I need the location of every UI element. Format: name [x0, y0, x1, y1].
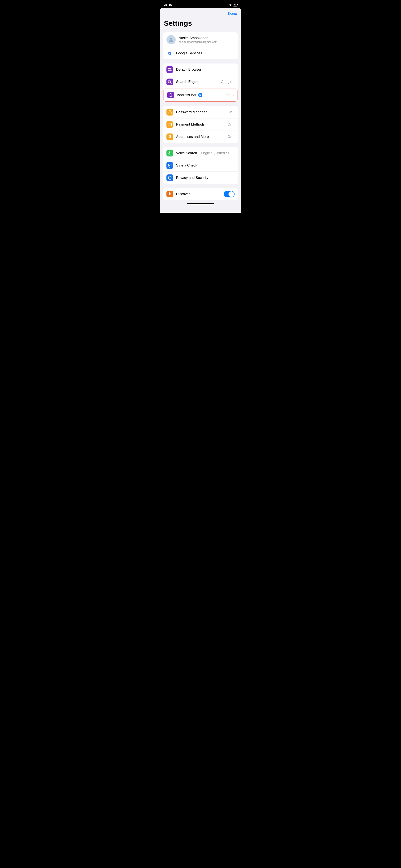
voice-search-row[interactable]: Voice Search English (United St... › [163, 147, 238, 159]
status-time: 21:16 [164, 3, 172, 6]
user-silhouette-icon [168, 37, 174, 42]
discover-label: Discover [176, 192, 224, 196]
voice-search-right: English (United St... › [201, 151, 235, 155]
phone-container: 21:16 ✈ 50 Done Settings [160, 0, 241, 213]
home-indicator [187, 203, 214, 204]
svg-point-17 [169, 136, 170, 136]
google-services-label: Google Services [176, 51, 234, 55]
google-logo-icon: G [166, 50, 173, 57]
address-bar-label: Address Bar [177, 93, 196, 97]
account-email: nasim.amoozadeh1@gmail.com [179, 40, 234, 43]
address-bar-right: Top › [226, 93, 234, 97]
battery-level: 50 [234, 4, 236, 6]
google-services-chevron-area: › [234, 52, 235, 55]
safety-check-content: Safety Check [176, 163, 234, 167]
discover-row[interactable]: Discover [163, 188, 238, 200]
autofill-group: Password Manager On › Payment Met [163, 106, 238, 143]
browser-group: Default Browser › Search Engine [163, 63, 238, 102]
svg-point-22 [169, 178, 170, 179]
chevron-right-icon: › [234, 80, 235, 84]
address-bar-content: Address Bar N [177, 93, 226, 97]
password-manager-value: On [227, 110, 232, 114]
payment-methods-row[interactable]: Payment Methods On › [163, 119, 238, 131]
status-bar: 21:16 ✈ 50 [160, 0, 241, 8]
payment-methods-label: Payment Methods [176, 122, 227, 127]
chevron-right-icon: › [234, 68, 235, 71]
address-bar-icon [167, 92, 174, 98]
default-browser-chevron-area: › [234, 68, 235, 71]
address-bar-value: Top [226, 93, 232, 97]
password-manager-content: Password Manager [176, 110, 227, 114]
safety-check-icon [166, 162, 173, 169]
account-group: Nasim Amoozadeh nasim.amoozadeh1@gmail.c… [163, 32, 238, 59]
chevron-right-icon: › [234, 38, 235, 41]
svg-rect-16 [168, 125, 169, 125]
password-manager-label: Password Manager [176, 110, 227, 114]
chevron-right-icon: › [234, 123, 235, 126]
discover-toggle[interactable] [224, 191, 235, 197]
privacy-security-right: › [234, 176, 235, 180]
default-browser-label: Default Browser [176, 67, 234, 72]
search-engine-icon [166, 79, 173, 85]
safety-check-label: Safety Check [176, 163, 234, 167]
svg-point-13 [169, 113, 170, 113]
payment-methods-icon [166, 121, 173, 128]
addresses-row[interactable]: Addresses and More On › [163, 131, 238, 143]
privacy-security-icon [166, 175, 173, 181]
voice-search-value: English (United St... [201, 151, 232, 155]
discover-content: Discover [176, 192, 224, 196]
password-manager-right: On › [227, 110, 235, 114]
svg-rect-5 [168, 70, 170, 71]
airplane-icon: ✈ [229, 3, 232, 6]
chevron-right-icon: › [234, 164, 235, 167]
search-engine-row[interactable]: Search Engine Google › [163, 76, 238, 88]
discover-icon [166, 191, 173, 197]
safety-check-row[interactable]: Safety Check › [163, 159, 238, 172]
addresses-content: Addresses and More [176, 135, 227, 139]
new-badge: N [198, 93, 203, 97]
google-services-row[interactable]: G Google Services › [163, 47, 238, 59]
account-info: Nasim Amoozadeh nasim.amoozadeh1@gmail.c… [179, 36, 234, 43]
privacy-security-content: Privacy and Security [176, 176, 234, 180]
addresses-label: Addresses and More [176, 135, 227, 139]
chevron-right-icon: › [234, 135, 235, 139]
password-manager-icon [166, 109, 173, 116]
voice-search-icon [166, 150, 173, 156]
chevron-right-icon: › [233, 93, 234, 97]
done-button[interactable]: Done [228, 11, 237, 16]
search-engine-right: Google › [221, 80, 235, 84]
privacy-group: Voice Search English (United St... › Saf… [163, 147, 238, 184]
password-manager-row[interactable]: Password Manager On › [163, 106, 238, 119]
payment-methods-value: On [227, 122, 232, 127]
chevron-right-icon: › [234, 151, 235, 155]
svg-rect-18 [169, 151, 171, 154]
voice-search-content: Voice Search [176, 151, 201, 155]
default-browser-icon [166, 66, 173, 73]
payment-methods-content: Payment Methods [176, 122, 227, 127]
search-engine-value: Google [221, 80, 232, 84]
default-browser-row[interactable]: Default Browser › [163, 63, 238, 76]
svg-rect-14 [168, 123, 172, 126]
search-engine-label: Search Engine [176, 80, 221, 84]
search-engine-content: Search Engine [176, 80, 221, 84]
payment-methods-right: On › [227, 122, 235, 127]
discover-toggle-area[interactable] [224, 191, 235, 197]
account-row[interactable]: Nasim Amoozadeh nasim.amoozadeh1@gmail.c… [163, 32, 238, 47]
default-browser-content: Default Browser [176, 67, 234, 72]
addresses-icon [166, 133, 173, 140]
account-chevron-area: › [234, 38, 235, 41]
avatar-icon [166, 35, 176, 44]
battery-indicator: 50 [233, 3, 237, 6]
account-name: Nasim Amoozadeh [179, 36, 234, 40]
top-bar: Done [160, 8, 241, 18]
svg-line-8 [171, 83, 172, 84]
voice-search-label: Voice Search [176, 151, 201, 155]
svg-rect-3 [168, 68, 170, 69]
svg-rect-4 [170, 68, 172, 69]
address-bar-row[interactable]: Address Bar N Top › [164, 89, 237, 101]
privacy-security-row[interactable]: Privacy and Security › [163, 172, 238, 184]
content-area: Done Settings Nasim Amoozadeh nasim.amoo… [160, 8, 241, 213]
page-title: Settings [160, 18, 241, 32]
safety-check-right: › [234, 164, 235, 167]
svg-point-0 [170, 38, 172, 40]
